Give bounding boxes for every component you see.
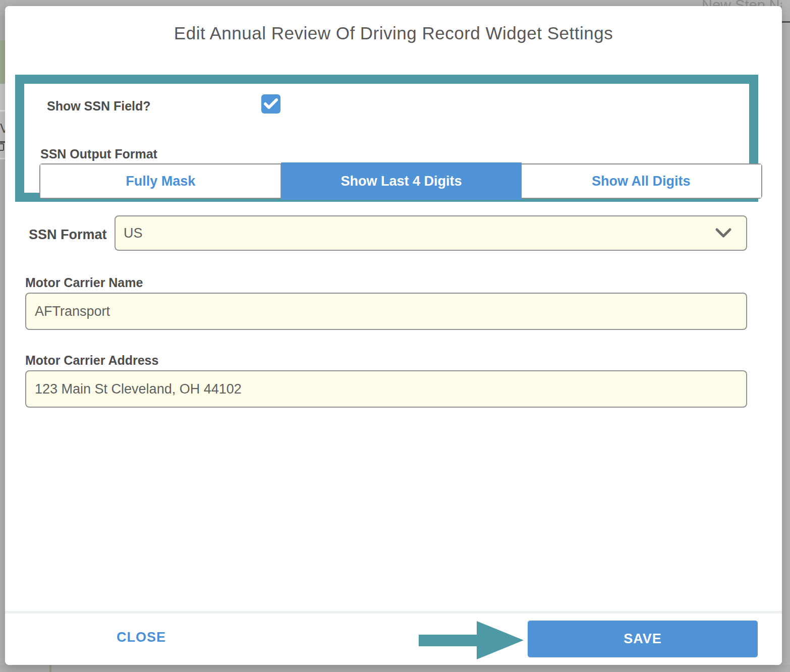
ssn-output-option-last4[interactable]: Show Last 4 Digits bbox=[281, 162, 521, 200]
footer-divider bbox=[5, 611, 782, 613]
checkmark-icon bbox=[264, 98, 278, 110]
ssn-format-value: US bbox=[124, 226, 143, 241]
show-ssn-field-label: Show SSN Field? bbox=[47, 99, 151, 114]
ssn-settings-highlight-box: Show SSN Field? SSN Output Format Fully … bbox=[15, 75, 758, 202]
widget-settings-dialog: Edit Annual Review Of Driving Record Wid… bbox=[5, 6, 782, 665]
background-input-underline bbox=[782, 21, 790, 23]
background-bottom-strip bbox=[0, 665, 790, 672]
motor-carrier-name-input[interactable] bbox=[25, 293, 747, 330]
ssn-output-option-all[interactable]: Show All Digits bbox=[521, 164, 761, 198]
background-bottom-tick bbox=[49, 665, 51, 672]
dialog-title: Edit Annual Review Of Driving Record Wid… bbox=[5, 23, 782, 43]
save-button[interactable]: SAVE bbox=[528, 621, 758, 657]
trash-icon bbox=[0, 143, 4, 151]
chevron-down-icon bbox=[715, 228, 732, 239]
motor-carrier-address-input[interactable] bbox=[25, 370, 747, 408]
ssn-output-format-label: SSN Output Format bbox=[40, 147, 157, 161]
ssn-output-option-fully-mask[interactable]: Fully Mask bbox=[40, 164, 281, 198]
ssn-format-select[interactable]: US bbox=[115, 215, 747, 251]
annotation-arrow-shaft bbox=[419, 635, 477, 646]
motor-carrier-name-label: Motor Carrier Name bbox=[25, 275, 143, 290]
background-right-strip bbox=[782, 0, 790, 672]
close-button[interactable]: CLOSE bbox=[96, 630, 187, 651]
motor-carrier-address-label: Motor Carrier Address bbox=[25, 353, 158, 368]
annotation-arrow-icon bbox=[477, 621, 524, 659]
ssn-output-format-toggle: Fully Mask Show Last 4 Digits Show All D… bbox=[39, 163, 762, 199]
show-ssn-checkbox[interactable] bbox=[261, 94, 280, 114]
ssn-format-label: SSN Format bbox=[29, 227, 107, 243]
screen: New Step Nam Vi Edit Annual Review Of Dr… bbox=[0, 0, 790, 672]
